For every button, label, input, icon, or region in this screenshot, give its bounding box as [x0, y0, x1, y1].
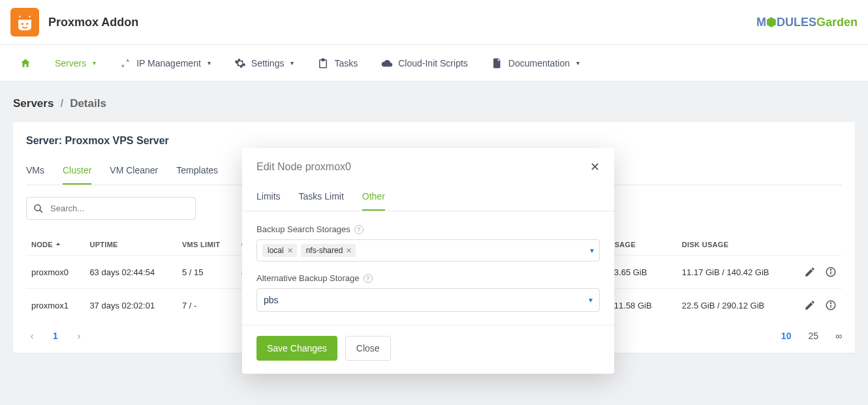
close-icon[interactable]: ✕ [590, 160, 600, 174]
page-size-25[interactable]: 25 [808, 331, 818, 341]
label-backup-storages: Backup Search Storages ? [256, 224, 600, 234]
card-title: Server: Proxmox VPS Server [26, 135, 842, 147]
page-prev[interactable]: ‹ [26, 331, 38, 341]
page-next[interactable]: › [73, 331, 85, 341]
document-icon [491, 57, 503, 69]
close-button[interactable]: Close [345, 336, 391, 361]
home-icon [20, 57, 31, 69]
tag-nfs-shared: nfs-shared✕ [301, 244, 356, 257]
save-button[interactable]: Save Changes [256, 336, 337, 361]
cloud-icon [381, 57, 393, 69]
swap-icon [119, 57, 131, 69]
page-size-10[interactable]: 10 [781, 331, 792, 341]
help-icon[interactable]: ? [354, 225, 364, 234]
cell-disk: 22.5 GiB / 290.12 GiB [677, 289, 796, 322]
tab-vm-cleaner[interactable]: VM Cleaner [110, 160, 158, 185]
svg-point-0 [22, 23, 23, 25]
label-alt-backup-storage: Alternative Backup Storage ? [256, 273, 600, 283]
svg-point-1 [26, 23, 28, 25]
chevron-down-icon[interactable]: ▾ [590, 246, 594, 255]
svg-line-3 [40, 209, 42, 212]
nav-tasks[interactable]: Tasks [308, 52, 367, 74]
primary-nav: Servers▾ IP Management▾ Settings▾ Tasks … [0, 45, 868, 82]
th-uptime[interactable]: UPTIME [84, 234, 177, 256]
cell-vms: 5 / 15 [177, 256, 236, 289]
chevron-down-icon: ▾ [93, 59, 96, 67]
face-icon [15, 12, 35, 32]
breadcrumb-current: Details [70, 97, 106, 110]
modal-title: Edit Node proxmox0 [256, 161, 351, 173]
modal-tab-tasks-limit[interactable]: Tasks Limit [299, 185, 344, 211]
gear-icon [234, 57, 246, 69]
edit-icon[interactable] [804, 266, 816, 278]
sort-asc-icon [55, 242, 61, 248]
svg-point-2 [35, 205, 40, 211]
search-input[interactable] [26, 197, 196, 220]
breadcrumb-root[interactable]: Servers [13, 97, 54, 110]
alt-backup-storage-select[interactable]: pbs ▾ [256, 288, 600, 312]
cell-disk: 11.17 GiB / 140.42 GiB [677, 256, 796, 289]
breadcrumb-sep: / [60, 97, 63, 110]
backup-storages-select[interactable]: local✕ nfs-shared✕ ▾ [256, 239, 600, 262]
th-disk[interactable]: DISK USAGE [677, 234, 796, 256]
nav-settings[interactable]: Settings▾ [225, 52, 303, 74]
nav-cloud-init[interactable]: Cloud-Init Scripts [372, 52, 477, 74]
cell-node: proxmox0 [26, 256, 84, 289]
modal-tab-limits[interactable]: Limits [256, 185, 281, 211]
clipboard-icon [317, 57, 329, 69]
nav-home[interactable] [10, 52, 40, 74]
app-header: Proxmox Addon M⬢DULESGarden [0, 0, 868, 45]
tab-vms[interactable]: VMs [26, 160, 44, 185]
modal-tab-other[interactable]: Other [362, 185, 385, 211]
tag-local: local✕ [262, 244, 297, 257]
cell-uptime: 37 days 02:02:01 [84, 289, 177, 322]
page-1[interactable]: 1 [50, 331, 61, 341]
chevron-down-icon: ▾ [208, 59, 211, 67]
chevron-down-icon: ▾ [576, 59, 580, 67]
cell-node: proxmox1 [26, 289, 84, 322]
svg-point-6 [830, 269, 831, 270]
page-size-all[interactable]: ∞ [835, 331, 842, 341]
th-vms-limit[interactable]: VMS LIMIT [177, 234, 236, 256]
gear-o-icon: ⬢ [766, 16, 777, 29]
tag-remove-icon[interactable]: ✕ [287, 247, 293, 255]
cell-uptime: 63 days 02:44:54 [84, 256, 177, 289]
tag-remove-icon[interactable]: ✕ [346, 247, 352, 255]
chevron-down-icon: ▾ [290, 59, 294, 67]
cell-vms: 7 / - [177, 289, 236, 322]
nav-documentation[interactable]: Documentation▾ [482, 52, 589, 74]
info-icon[interactable] [825, 266, 837, 278]
breadcrumb: Servers / Details [0, 82, 868, 122]
search-box [26, 197, 196, 220]
tab-templates[interactable]: Templates [176, 160, 218, 185]
svg-point-9 [830, 303, 831, 303]
app-logo [10, 8, 39, 37]
chevron-down-icon[interactable]: ▾ [589, 295, 593, 305]
modal-tabs: Limits Tasks Limit Other [242, 185, 614, 211]
info-icon[interactable] [825, 299, 837, 311]
app-title: Proxmox Addon [48, 16, 138, 29]
th-node[interactable]: NODE [26, 234, 84, 256]
edit-node-modal: Edit Node proxmox0 ✕ Limits Tasks Limit … [242, 148, 614, 366]
nav-ip-management[interactable]: IP Management▾ [110, 52, 220, 74]
help-icon[interactable]: ? [364, 274, 373, 283]
tab-cluster[interactable]: Cluster [63, 160, 91, 185]
brand-logo: M⬢DULESGarden [756, 15, 858, 29]
search-icon [33, 203, 44, 215]
nav-servers[interactable]: Servers▾ [46, 53, 105, 74]
edit-icon[interactable] [804, 299, 816, 311]
